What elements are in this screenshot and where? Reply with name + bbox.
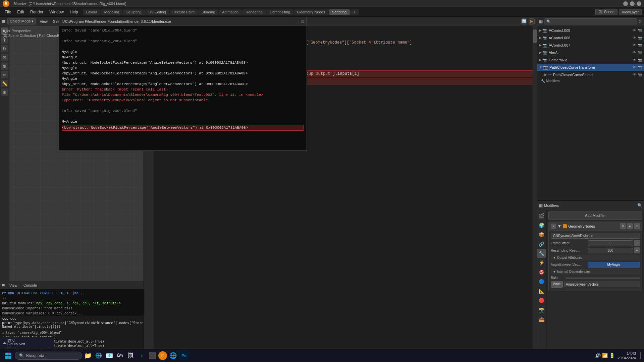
camera2-icon[interactable]: 📷 [637, 28, 642, 33]
cam7-icon[interactable]: 📷 [637, 65, 642, 70]
mode-selector[interactable]: Object Mode ▾ [7, 18, 36, 24]
view-menu[interactable]: View [38, 19, 49, 24]
props-data-icon[interactable]: 📐 [537, 287, 546, 295]
outliner-item-pathclosedcurvetransform[interactable]: ▼ 📷 PathClosedCurveTransform 👁 📷 [537, 64, 644, 71]
taskbar-explorer-icon[interactable]: 📁 [83, 351, 93, 360]
console-max-btn[interactable]: □ [302, 19, 304, 23]
outliner-filter-icon[interactable]: ⚙ [638, 19, 642, 24]
tab-sculpting[interactable]: Sculpting [123, 9, 145, 15]
taskbar-edge-icon[interactable]: 🌐 [94, 351, 103, 360]
taskbar-chrome-icon[interactable]: 🌐 [168, 351, 178, 360]
resampling-add-btn[interactable]: + [634, 247, 640, 253]
tab-animation[interactable]: Animation [219, 9, 242, 15]
scene-selector[interactable]: 🎬 Scene [595, 9, 618, 15]
menu-edit[interactable]: Edit [14, 9, 27, 15]
props-render-icon[interactable]: 📸 [537, 305, 546, 314]
taskbar-search-box[interactable]: 🔍 Búsqueda [15, 352, 82, 360]
output-attributes-section[interactable]: ▼ Output Attributes [551, 255, 640, 260]
write-button[interactable]: Write [551, 281, 563, 288]
console-min-btn[interactable]: — [295, 19, 299, 23]
props-constraints-icon[interactable]: 🔵 [537, 277, 546, 286]
write-value[interactable]: AngleBetweenVectors [564, 282, 640, 287]
sync-button[interactable]: 🔄 [521, 18, 527, 24]
taskbar-mail-icon[interactable]: 📧 [105, 351, 114, 360]
cam6-icon[interactable]: 📷 [637, 58, 642, 62]
tab-rendering[interactable]: Rendering [242, 9, 266, 15]
tab-texture-paint[interactable]: Texture Paint [170, 9, 198, 15]
frame-offset-value[interactable]: 0 [588, 240, 633, 246]
eye4-icon[interactable]: 👁 [632, 50, 637, 55]
props-wrench-icon[interactable]: 🔧 [537, 249, 546, 258]
minimize-button[interactable]: — [623, 1, 628, 6]
outliner-search-input[interactable] [544, 18, 637, 24]
scrollbar-thumb[interactable] [533, 29, 537, 43]
tab-shading[interactable]: Shading [198, 9, 218, 15]
menu-file[interactable]: File [2, 9, 14, 15]
props-search-icon[interactable]: 🔍 [637, 203, 642, 208]
start-button[interactable] [3, 350, 13, 361]
outliner-item-pathclosedcurveshape[interactable]: ▶ 〰 PathClosedCurveShape 👁 📷 [537, 71, 644, 78]
props-world-icon[interactable]: 🌍 [537, 221, 546, 230]
eye7-icon[interactable]: 👁 [632, 72, 637, 77]
props-modifier-icon-bar[interactable]: 🔗 [537, 240, 546, 248]
taskbar-photos-icon[interactable]: 🖼 [126, 351, 136, 360]
view-btn[interactable]: View [8, 283, 19, 288]
notification-area-button[interactable] [640, 352, 641, 359]
outliner-item-acontrol006[interactable]: ▶ 📷 AControl.006 👁 📷 [537, 34, 644, 42]
taskbar-store-icon[interactable]: 🛍 [115, 351, 125, 360]
taskbar-spotify-icon[interactable]: ♪ [137, 351, 146, 360]
outliner-item-aimat[interactable]: ▶ 📷 AimAt 👁 📷 [537, 49, 644, 56]
props-output-icon[interactable]: 📤 [537, 315, 546, 323]
modifier-delete-button[interactable]: × [634, 223, 640, 229]
eye3-icon[interactable]: 👁 [632, 43, 637, 48]
modifiers-section-item[interactable]: 🔧 Modifiers [537, 78, 644, 83]
console-btn[interactable]: Console [22, 283, 39, 288]
outliner-item-camerarig[interactable]: ▶ 📷 CameraRig 👁 📷 [537, 56, 644, 64]
cam8-icon[interactable]: 📷 [637, 72, 642, 77]
angle-value[interactable]: MyAngle [588, 262, 640, 267]
props-object-icon[interactable]: 📦 [537, 230, 546, 239]
modifier-expand-arrow[interactable]: ▼ [557, 224, 561, 229]
bake-input[interactable] [566, 277, 640, 279]
close-button[interactable]: × [637, 1, 641, 6]
props-particles-icon[interactable]: ⚡ [537, 258, 546, 267]
frame-offset-add-btn[interactable]: + [634, 240, 640, 246]
cam3-icon[interactable]: 📷 [637, 36, 642, 40]
menu-window[interactable]: Window [47, 9, 66, 15]
add-modifier-button[interactable]: Add Modifier [548, 212, 642, 220]
eye5-icon[interactable]: 👁 [632, 58, 637, 62]
maximize-button[interactable]: □ [630, 1, 635, 6]
viewlayer-selector[interactable]: ViewLayer [619, 9, 642, 15]
eye-icon[interactable]: 👁 [632, 28, 637, 33]
eye2-icon[interactable]: 👁 [632, 36, 637, 40]
outliner-item-acontrol007[interactable]: ▶ 📷 AControl.007 👁 📷 [537, 42, 644, 49]
taskbar-ps-icon[interactable]: Ps [179, 351, 189, 360]
modifier-name-value[interactable]: GNDynamicAimAtDistance [551, 233, 640, 239]
tab-add[interactable]: + [350, 9, 359, 15]
cam4-icon[interactable]: 📷 [637, 43, 642, 48]
tool-annotate[interactable]: ✏ [1, 71, 8, 78]
tab-scripting[interactable]: Scripting [329, 9, 350, 15]
run-script-button[interactable]: ▶ [529, 18, 535, 24]
props-material-icon[interactable]: 🔴 [537, 296, 546, 305]
tab-compositing[interactable]: Compositing [266, 9, 293, 15]
menu-render[interactable]: Render [28, 9, 46, 15]
outliner-item-acontrol005[interactable]: ▶ 📷 AControl.005 👁 📷 [537, 27, 644, 34]
menu-help[interactable]: Help [67, 9, 81, 15]
tab-geometry-nodes[interactable]: Geometry Nodes [294, 9, 328, 15]
tab-modeling[interactable]: Modeling [101, 9, 123, 15]
tool-rotate[interactable]: ↻ [1, 45, 8, 52]
tool-grid[interactable]: ⊞ [1, 88, 8, 96]
modifier-copy-button[interactable]: ⧉ [620, 223, 626, 229]
tool-scale[interactable]: ⊡ [1, 54, 8, 61]
internal-deps-section[interactable]: ▼ Internal Dependencies [551, 269, 640, 275]
tool-measure[interactable]: 📏 [1, 80, 8, 87]
taskbar-blender-icon[interactable]: ⬡ [158, 351, 167, 360]
eye6-icon[interactable]: 👁 [632, 65, 637, 70]
props-scene-icon[interactable]: 🎬 [537, 212, 546, 220]
tab-layout[interactable]: Layout [83, 9, 101, 15]
modifier-down-button[interactable]: ▼ [627, 223, 633, 229]
cam5-icon[interactable]: 📷 [637, 50, 642, 55]
resampling-value[interactable]: 200 [588, 248, 633, 253]
tab-uv-editing[interactable]: UV Editing [145, 9, 169, 15]
